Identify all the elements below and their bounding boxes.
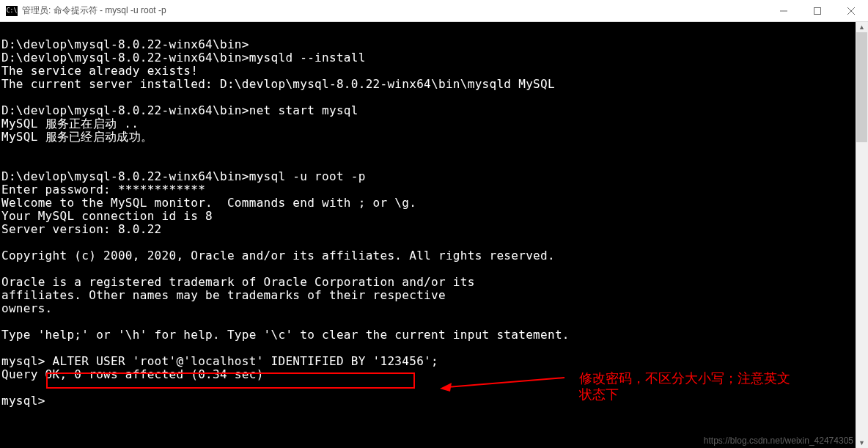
scrollbar-thumb[interactable] <box>856 32 867 142</box>
annotation-line2: 状态下 <box>579 386 790 403</box>
scroll-up-arrow[interactable]: ▲ <box>856 22 868 32</box>
watermark-text: https://blog.csdn.net/weixin_42474305 <box>704 436 853 446</box>
annotation-line1: 修改密码，不区分大小写；注意英文 <box>579 370 790 386</box>
scroll-down-arrow[interactable]: ▼ <box>856 438 868 448</box>
svg-rect-1 <box>814 7 821 14</box>
vertical-scrollbar[interactable]: ▲ ▼ <box>856 22 868 448</box>
window-titlebar: C:\ 管理员: 命令提示符 - mysql -u root -p <box>0 0 868 22</box>
cmd-icon: C:\ <box>6 6 18 16</box>
close-button[interactable] <box>834 0 868 21</box>
minimize-button[interactable] <box>767 0 801 21</box>
maximize-button[interactable] <box>801 0 834 21</box>
window-title: 管理员: 命令提示符 - mysql -u root -p <box>22 4 767 17</box>
annotation-text: 修改密码，不区分大小写；注意英文 状态下 <box>579 370 790 403</box>
window-controls <box>767 0 868 21</box>
